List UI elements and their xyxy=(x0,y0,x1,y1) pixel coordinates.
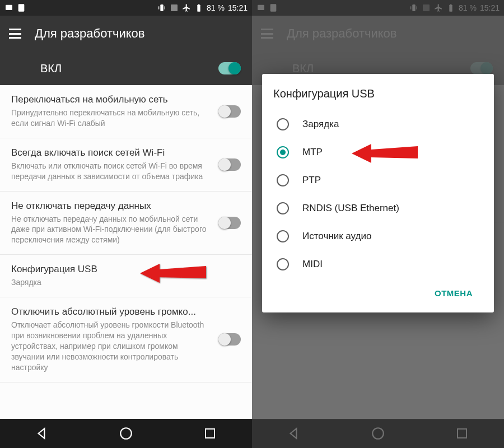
clock-text: 15:21 xyxy=(228,3,248,12)
annotation-arrow-icon xyxy=(352,139,419,170)
nav-bar xyxy=(0,419,252,448)
setting-keep-data[interactable]: Не отключать передачу данных Не отключат… xyxy=(0,192,252,255)
nav-recent-button[interactable] xyxy=(202,425,218,442)
radio-icon[interactable] xyxy=(277,230,289,242)
radio-icon[interactable] xyxy=(277,202,289,214)
nav-back-button[interactable] xyxy=(34,425,50,442)
svg-rect-6 xyxy=(197,5,200,12)
master-toggle-label: ВКЛ xyxy=(40,62,218,75)
battery-icon xyxy=(194,3,203,12)
phone-right: 81 % 15:21 Для разработчиков ВКЛ Переклю… xyxy=(252,0,504,448)
radio-option-charging[interactable]: Зарядка xyxy=(273,110,483,138)
radio-icon[interactable] xyxy=(277,146,289,158)
vibrate-icon xyxy=(157,3,166,12)
toggle-switch[interactable] xyxy=(218,333,241,346)
svg-marker-19 xyxy=(352,144,418,163)
radio-icon[interactable] xyxy=(277,118,289,130)
svg-rect-5 xyxy=(171,4,178,11)
setting-usb-config[interactable]: Конфигурация USB Зарядка xyxy=(0,255,252,297)
setting-wifi-scan[interactable]: Всегда включать поиск сетей Wi-Fi Включа… xyxy=(0,138,252,192)
phone-left: 81 % 15:21 Для разработчиков ВКЛ Переклю… xyxy=(0,0,252,448)
master-toggle-row[interactable]: ВКЛ xyxy=(0,52,252,85)
toggle-switch[interactable] xyxy=(218,158,241,171)
dialog-title: Конфигурация USB xyxy=(273,87,483,100)
status-bar: 81 % 15:21 xyxy=(0,0,252,16)
svg-rect-3 xyxy=(158,6,159,9)
airplane-icon xyxy=(182,3,191,12)
settings-list: Переключаться на мобильную сеть Принудит… xyxy=(0,85,252,419)
svg-rect-1 xyxy=(18,4,25,11)
master-toggle-switch[interactable] xyxy=(218,62,241,74)
usb-config-dialog: Конфигурация USB Зарядка MTP PTP RNDIS (… xyxy=(262,74,494,312)
radio-option-audio[interactable]: Источник аудио xyxy=(273,222,483,250)
svg-rect-10 xyxy=(206,429,214,438)
nfc-icon xyxy=(170,3,179,12)
radio-option-rndis[interactable]: RNDIS (USB Ethernet) xyxy=(273,194,483,222)
setting-switch-mobile[interactable]: Переключаться на мобильную сеть Принудит… xyxy=(0,85,252,138)
svg-point-9 xyxy=(120,428,132,439)
svg-rect-0 xyxy=(6,5,12,10)
nav-home-button[interactable] xyxy=(118,425,134,442)
radio-option-midi[interactable]: MIDI xyxy=(273,250,483,278)
notif-icon-2 xyxy=(17,3,26,12)
app-bar: Для разработчиков xyxy=(0,16,252,52)
radio-icon[interactable] xyxy=(277,258,289,270)
setting-absolute-volume[interactable]: Отключить абсолютный уровень громко... О… xyxy=(0,297,252,382)
svg-rect-4 xyxy=(165,6,165,9)
menu-icon[interactable] xyxy=(9,29,21,39)
cancel-button[interactable]: ОТМЕНА xyxy=(429,284,478,302)
svg-rect-7 xyxy=(198,4,200,4)
svg-rect-2 xyxy=(160,4,163,11)
radio-option-ptp[interactable]: PTP xyxy=(273,166,483,194)
radio-icon[interactable] xyxy=(277,174,289,186)
battery-text: 81 % xyxy=(207,3,225,12)
modal-overlay[interactable]: Конфигурация USB Зарядка MTP PTP RNDIS (… xyxy=(252,0,504,448)
toggle-switch[interactable] xyxy=(218,217,241,229)
page-title: Для разработчиков xyxy=(35,26,145,41)
toggle-switch[interactable] xyxy=(218,105,241,118)
radio-option-mtp[interactable]: MTP xyxy=(273,138,483,166)
notif-icon-1 xyxy=(4,3,13,12)
